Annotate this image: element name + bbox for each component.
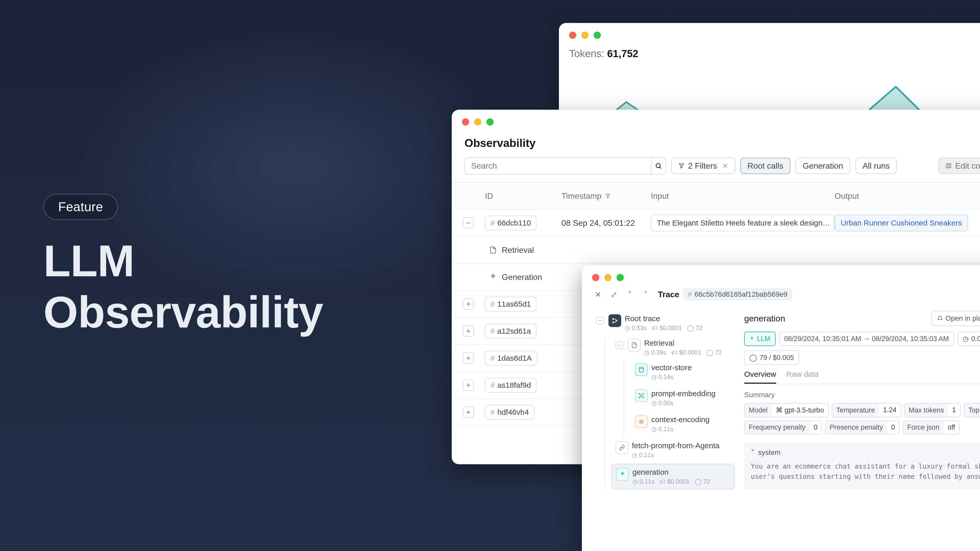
generation-pill[interactable]: Generation (795, 158, 850, 174)
tab-overview[interactable]: Overview (744, 370, 776, 384)
node-title: Root trace (625, 314, 702, 323)
param-top-p: Top-p-1 (964, 403, 980, 417)
search-input[interactable] (465, 161, 651, 171)
param-force-json: Force jsonoff (903, 421, 960, 434)
node-title: vector-store (651, 363, 692, 372)
edit-columns-button[interactable]: Edit colum (939, 158, 980, 174)
table-subrow[interactable]: Retrieval (452, 237, 980, 264)
all-runs-pill[interactable]: All runs (856, 158, 897, 174)
param-model: Model ⌘ gpt-3.5-turbo (744, 403, 829, 417)
collapse-icon[interactable]: − (463, 218, 474, 229)
tree-node-embedding[interactable]: prompt-embedding ◷ 0.00s (631, 386, 735, 410)
traffic-zoom-icon[interactable] (593, 32, 601, 39)
search-icon[interactable] (651, 158, 666, 174)
expand-icon[interactable]: ⤢ (608, 289, 620, 300)
id-chip[interactable]: #hdf46vh4 (485, 405, 535, 420)
expand-icon[interactable]: + (463, 380, 474, 391)
link-icon (616, 441, 628, 454)
chevron-down-icon[interactable]: ˅ (640, 289, 651, 300)
tree-node-context[interactable]: context-encoding ◷ 0.11s (631, 412, 735, 436)
svg-marker-2 (679, 164, 684, 168)
tokens-value: 61,752 (607, 48, 638, 59)
input-cell: The Elegant Stiletto Heels feature a sle… (651, 214, 835, 231)
traffic-zoom-icon[interactable] (617, 274, 624, 281)
svg-point-11 (641, 395, 642, 396)
document-icon (488, 245, 498, 254)
param-grid: Model ⌘ gpt-3.5-turbo Temperature1.24 Ma… (744, 403, 980, 434)
columns-icon (945, 163, 952, 169)
id-chip[interactable]: #66dcb110 (485, 216, 536, 230)
filter-icon (605, 193, 611, 199)
close-icon[interactable]: ✕ (592, 289, 604, 300)
tab-raw[interactable]: Raw data (786, 370, 819, 384)
chevron-down-icon[interactable]: ˅ (751, 448, 754, 457)
tree-node-fetch[interactable]: fetch-prompt-from-Agenta ◷ 0.11s (611, 438, 735, 462)
root-calls-pill[interactable]: Root calls (740, 158, 791, 174)
tree-node-retrieval[interactable]: − Retrieval ◷ 0.39s 🏷 $0.0001 ◯ 72 (611, 335, 735, 360)
expand-icon[interactable]: + (463, 326, 474, 337)
system-prompt-text: You are an ecommerce chat assistant for … (751, 461, 980, 482)
svg-point-0 (656, 164, 660, 168)
id-chip[interactable]: #as18faf9d (485, 378, 536, 392)
param-temperature: Temperature1.24 (832, 403, 901, 417)
col-input[interactable]: Input (651, 191, 835, 201)
id-chip[interactable]: #1das6d1A (485, 351, 538, 365)
sparkle-icon (616, 468, 629, 481)
llm-tag: LLM (744, 332, 776, 346)
tokens-label: Tokens: (569, 48, 605, 59)
system-label: system (758, 448, 781, 457)
traffic-minimize-icon[interactable] (581, 32, 589, 39)
subrow-label: Generation (502, 272, 542, 282)
timestamp-cell: 08 Sep 24, 05:01:22 (562, 218, 651, 228)
col-id[interactable]: ID (485, 191, 562, 201)
traffic-close-icon[interactable] (462, 118, 469, 125)
svg-point-13 (643, 393, 644, 394)
traffic-minimize-icon[interactable] (474, 118, 481, 125)
tree-collapse-icon[interactable]: − (616, 341, 623, 349)
tree-root-icon (608, 314, 621, 327)
duration-chip: ◷ 0.02s (958, 332, 980, 346)
col-timestamp[interactable]: Timestamp (562, 191, 651, 201)
tree-node-vector[interactable]: vector-store ◷ 0.14s (631, 360, 735, 384)
trace-toolbar: ✕ ⤢ ˄ ˅ Trace #66c5b76d6165af12bab569e9 (582, 281, 980, 303)
expand-icon[interactable]: + (463, 353, 474, 364)
search-box (465, 157, 666, 175)
clear-filters-icon[interactable]: ✕ (722, 162, 728, 170)
open-playground-button[interactable]: Open in playground (931, 311, 980, 326)
param-pres-penalty: Presence penalty0 (825, 421, 900, 434)
expand-icon[interactable]: + (463, 407, 474, 418)
traffic-close-icon[interactable] (569, 32, 576, 39)
tree-collapse-icon[interactable]: − (596, 317, 604, 324)
svg-point-10 (639, 367, 643, 368)
tree-node-generation[interactable]: generation ◷ 0.11s 🏷 $0.0001 ◯ 72 (611, 464, 735, 489)
node-title: generation (632, 468, 710, 476)
tree-node-root[interactable]: − Root trace ◷ 0.53s 🏷 $0.0001 ◯ 72 (592, 311, 735, 335)
col-output[interactable]: Output (835, 191, 980, 201)
traffic-close-icon[interactable] (592, 274, 599, 281)
sparkle-icon (749, 336, 754, 341)
id-chip[interactable]: #a12sd61a (485, 324, 536, 338)
trace-window: ✕ ⤢ ˄ ˅ Trace #66c5b76d6165af12bab569e9 … (582, 265, 980, 551)
detail-title: generation (744, 313, 785, 324)
chevron-up-icon[interactable]: ˄ (624, 289, 635, 300)
list-icon (635, 415, 648, 428)
filter-icon (678, 163, 684, 169)
sparkle-icon (488, 272, 498, 282)
id-chip[interactable]: #11as65d1 (485, 297, 536, 311)
table-row[interactable]: − #66dcb110 08 Sep 24, 05:01:22 The Eleg… (452, 210, 980, 237)
svg-marker-6 (606, 194, 610, 198)
expand-icon[interactable]: + (463, 299, 474, 310)
system-prompt-block: ˅ system You are an ecommerce chat assis… (744, 443, 980, 489)
filters-label: 2 Filters (688, 161, 717, 171)
summary-label: Summary (744, 391, 980, 399)
svg-line-1 (660, 167, 661, 168)
svg-rect-3 (946, 164, 951, 168)
node-title: context-encoding (651, 415, 710, 424)
openai-icon: ⌘ (776, 407, 783, 414)
filters-button[interactable]: 2 Filters ✕ (671, 158, 735, 174)
traffic-zoom-icon[interactable] (487, 118, 493, 125)
svg-point-14 (639, 397, 640, 398)
trace-id-chip[interactable]: #66c5b76d6165af12bab569e9 (683, 288, 792, 300)
document-icon (628, 339, 641, 351)
traffic-minimize-icon[interactable] (605, 274, 611, 281)
